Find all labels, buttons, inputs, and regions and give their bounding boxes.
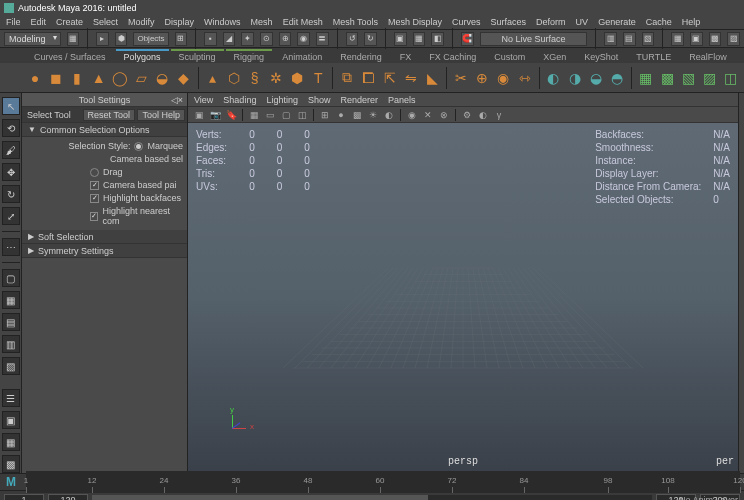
outliner-icon[interactable]: ☰ [2,389,20,407]
range-bar[interactable] [92,495,652,501]
marquee-radio[interactable] [134,142,143,151]
sculpt-icon[interactable]: ◓ [608,66,626,90]
uv-icon[interactable]: ▧ [679,66,697,90]
mirror-icon[interactable]: ⇿ [515,66,533,90]
panel-menu-panels[interactable]: Panels [388,95,416,105]
bevel-icon[interactable]: ◣ [423,66,441,90]
menu-windows[interactable]: Windows [204,17,241,27]
separate-icon[interactable]: ⧠ [359,66,377,90]
panel-toggle-icon[interactable]: ▦ [671,32,684,46]
uv-icon[interactable]: ◫ [722,66,740,90]
menu-cache[interactable]: Cache [646,17,672,27]
paint-select-tool-icon[interactable]: 🖌 [2,141,20,159]
snap-icon[interactable]: ◉ [297,32,310,46]
res-gate-icon[interactable]: ▢ [279,108,293,122]
highlight-nearest-checkbox[interactable] [90,212,98,221]
textured-icon[interactable]: ▩ [350,108,364,122]
menu-uv[interactable]: UV [576,17,589,27]
panel-menu-lighting[interactable]: Lighting [266,95,298,105]
shelf-tab-curves---surfaces[interactable]: Curves / Surfaces [26,49,114,63]
menu-edit[interactable]: Edit [31,17,47,27]
combine-icon[interactable]: ⧉ [338,66,356,90]
lasso-tool-icon[interactable]: ⟲ [2,119,20,137]
shelf-tab-realflow[interactable]: RealFlow [681,49,735,63]
panel-toggle-icon[interactable]: ▨ [727,32,740,46]
layout-icon[interactable]: ▧ [2,357,20,375]
snap-icon[interactable]: 〓 [316,32,329,46]
shelf-tab-fx[interactable]: FX [392,49,420,63]
close-icon[interactable]: ◁× [171,95,183,105]
isolate-icon[interactable]: ◉ [405,108,419,122]
uv-icon[interactable]: ▨ [700,66,718,90]
select-tool-icon[interactable]: ↖ [2,97,20,115]
menu-mesh-display[interactable]: Mesh Display [388,17,442,27]
last-tool-icon[interactable]: ⋯ [2,238,20,256]
live-icon[interactable]: 🧲 [461,32,474,46]
panel-menu-shading[interactable]: Shading [223,95,256,105]
poly-type-icon[interactable]: T [309,66,327,90]
camera-pai-checkbox[interactable] [90,181,99,190]
poly-cube-icon[interactable]: ◼ [47,66,65,90]
wireframe-icon[interactable]: ⊞ [318,108,332,122]
history-icon[interactable]: ↺ [346,32,359,46]
scale-tool-icon[interactable]: ⤢ [2,207,20,225]
snap-icon[interactable]: ◢ [223,32,236,46]
shelf-tab-keyshot[interactable]: KeyShot [576,49,626,63]
common-selection-header[interactable]: ▼ Common Selection Options [22,123,187,137]
menu-curves[interactable]: Curves [452,17,481,27]
shelf-tab-fx-caching[interactable]: FX Caching [421,49,484,63]
poly-gear-icon[interactable]: ✲ [267,66,285,90]
statusline-icon[interactable]: ▦ [67,32,80,46]
tool-help-button[interactable]: Tool Help [137,109,185,121]
layout-icon[interactable]: ▩ [2,455,20,473]
shelf-tab-sculpting[interactable]: Sculpting [171,49,224,63]
range-start-field[interactable]: 1 [4,494,44,501]
menu-file[interactable]: File [6,17,21,27]
panel-toggle-icon[interactable]: ▥ [604,32,617,46]
layout-icon[interactable]: ▥ [2,335,20,353]
shelf-tab-animation[interactable]: Animation [274,49,330,63]
layout-four-icon[interactable]: ▦ [2,291,20,309]
gate-mask-icon[interactable]: ◫ [295,108,309,122]
rotate-tool-icon[interactable]: ↻ [2,185,20,203]
bridge-icon[interactable]: ⇋ [402,66,420,90]
shelf-tab-rigging[interactable]: Rigging [226,49,273,63]
playback-start-field[interactable]: 120 [48,494,88,501]
camera-icon[interactable]: 📷 [208,108,222,122]
history-icon[interactable]: ↻ [364,32,377,46]
poly-disc-icon[interactable]: ◒ [153,66,171,90]
select-mask-icon[interactable]: ⬢ [115,32,128,46]
film-gate-icon[interactable]: ▭ [263,108,277,122]
sculpt-icon[interactable]: ◑ [566,66,584,90]
panel-menu-renderer[interactable]: Renderer [340,95,378,105]
poly-platonic-icon[interactable]: ◆ [174,66,192,90]
highlight-backfaces-checkbox[interactable] [90,194,99,203]
render-icon[interactable]: ◧ [431,32,444,46]
live-surface-field[interactable]: No Live Surface [480,32,588,46]
poly-cone-icon[interactable]: ▲ [90,66,108,90]
uv-icon[interactable]: ▩ [658,66,676,90]
menu-display[interactable]: Display [165,17,195,27]
menu-select[interactable]: Select [93,17,118,27]
sculpt-icon[interactable]: ◒ [587,66,605,90]
layout-icon[interactable]: ▦ [2,433,20,451]
xray-icon[interactable]: ✕ [421,108,435,122]
grid-icon[interactable]: ▦ [247,108,261,122]
panel-toggle-icon[interactable]: ▤ [623,32,636,46]
bookmark-icon[interactable]: 🔖 [224,108,238,122]
vp-renderer-icon[interactable]: ⚙ [460,108,474,122]
shelf-tab-xgen[interactable]: XGen [535,49,574,63]
drag-radio[interactable] [90,168,99,177]
reset-tool-button[interactable]: Reset Tool [83,109,135,121]
exposure-icon[interactable]: ◐ [476,108,490,122]
shelf-tab-polygons[interactable]: Polygons [116,49,169,63]
menu-mesh-tools[interactable]: Mesh Tools [333,17,378,27]
poly-soccer-icon[interactable]: ⬢ [288,66,306,90]
xray-joint-icon[interactable]: ⊗ [437,108,451,122]
render-icon[interactable]: ▦ [413,32,426,46]
poly-sphere-icon[interactable]: ● [26,66,44,90]
timeline-track[interactable]: 11224364860728498108120 [26,471,740,493]
poly-torus-icon[interactable]: ◯ [111,66,129,90]
panel-toggle-icon[interactable]: ▩ [709,32,722,46]
extrude-icon[interactable]: ⇱ [381,66,399,90]
